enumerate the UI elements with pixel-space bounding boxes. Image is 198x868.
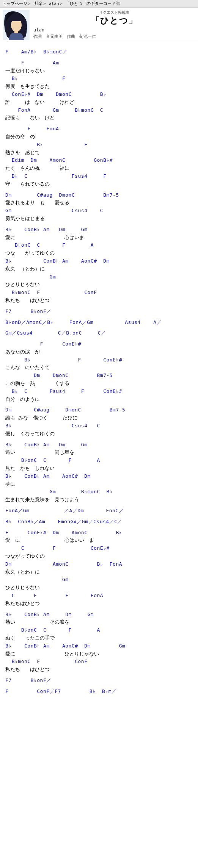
lyric-line: 私たち はひとつ: [5, 297, 193, 305]
chord-line: B♭ ConB♭ Am Dm Gm: [5, 226, 193, 234]
lyric-line: ひとりじゃない: [5, 281, 193, 289]
chord-line: B♭onC C F A: [5, 457, 193, 464]
lyric-line: 愛に ひとりじゃない: [5, 650, 193, 658]
lyric-line: あなたの涙 が: [5, 348, 193, 356]
blank-line: [5, 438, 193, 441]
header-image: [3, 10, 30, 40]
lyric-line: 誰も みな 傷つく たびに: [5, 414, 193, 422]
lyric-line: 永久（とわ）に: [5, 568, 193, 576]
chord-line: B♭ F: [5, 141, 193, 149]
chord-line: F ConF／F7 B♭ B♭m／: [5, 688, 193, 696]
blank-line: [5, 515, 193, 518]
lyric-line: 熱い その涙を: [5, 618, 193, 626]
lyric-line: 何度 も生きてきた: [5, 83, 193, 91]
blank-line: [5, 504, 193, 507]
chord-line: Edim Dm AmonC GonB♭#: [5, 156, 193, 164]
blank-line: [5, 45, 193, 48]
blank-line: [5, 188, 193, 191]
chord-line: B♭ ConB♭ Am AonC# Dm: [5, 257, 193, 265]
song-title: 「ひとつ」: [33, 15, 195, 27]
lyric-line: 守 られているの: [5, 180, 193, 188]
lyric-line: この胸を 熱 くする: [5, 380, 193, 388]
blank-line: [5, 122, 193, 125]
chord-line: B♭ ConB♭ Am AonC# Dm: [5, 472, 193, 480]
chord-line: F7 B♭onF／: [5, 308, 193, 316]
lyric-line: 愛に 心はいま: [5, 234, 193, 242]
chord-line: Gm B♭monC B♭: [5, 488, 193, 496]
blank-line: [5, 56, 193, 59]
chord-line: B♭ ConB♭／Am FmonG#／Gm／Csus4／C／: [5, 518, 193, 526]
chord-line: Dm DmonC Bm7-5: [5, 372, 193, 380]
lyric-line: つな がってゆくの: [5, 249, 193, 257]
chord-line: FonA Gm B♭monC C: [5, 106, 193, 114]
chord-line: F Am/B♭ B♭monC／: [5, 48, 193, 56]
chord-line: Gm／Csus4 C／B♭onC C／: [5, 329, 193, 337]
blank-line: [5, 526, 193, 529]
blank-line: [5, 685, 193, 688]
lyric-line: 優し くなってゆくの: [5, 430, 193, 438]
content-area: F Am/B♭ B♭monC／ F Am一度だけじゃない B♭ F何度 も生きて…: [0, 42, 198, 699]
header-area: リクエスト掲載曲 「ひとつ」 alan 作詞 音元由美 作曲 菊池一仁: [0, 8, 198, 42]
chord-line: Dm AmonC B♭ FonA: [5, 560, 193, 568]
chord-line: B♭ C Fsus4 F ConE♭#: [5, 388, 193, 396]
chord-line: B♭monC F ConF: [5, 289, 193, 297]
lyric-line: ぬぐ ったこの手で: [5, 634, 193, 642]
lyric-line: 私たちはひとつ: [5, 600, 193, 608]
artist-name: alan: [33, 27, 195, 33]
blank-line: [5, 608, 193, 611]
chord-line: B♭ Csus4 C: [5, 422, 193, 430]
chord-line: B♭onC C F A: [5, 626, 193, 634]
chord-sheet: F Am/B♭ B♭monC／ F Am一度だけじゃない B♭ F何度 も生きて…: [5, 45, 193, 696]
lyric-line: 勇気からはじまる: [5, 215, 193, 223]
lyric-line: たく さんの祝 福に: [5, 164, 193, 172]
blank-line: [5, 326, 193, 329]
chord-line: B♭onC C F A: [5, 241, 193, 249]
chord-line: C F F FonA: [5, 592, 193, 600]
lyric-line: 永久 （とわ）に: [5, 265, 193, 273]
chord-line: Gm Csus4 C: [5, 207, 193, 215]
chord-line: F Am: [5, 59, 193, 67]
chord-line: B♭ ConB♭ Am Dm Gm: [5, 611, 193, 619]
chord-line: Gm: [5, 273, 193, 281]
lyric-line: 自分 のように: [5, 396, 193, 404]
chord-line: F FonA: [5, 125, 193, 133]
chord-line: F ConE♭# Dm AmonC B♭: [5, 529, 193, 537]
request-label: リクエスト掲載曲: [33, 10, 195, 15]
lyric-line: 記憶も ない けど: [5, 114, 193, 122]
lyric-line: 私たち はひとつ: [5, 666, 193, 674]
lyric-line: 一度だけじゃない: [5, 67, 193, 75]
chord-line: B♭ C Fsus4 F: [5, 172, 193, 180]
chord-line: B♭ F ConE♭#: [5, 356, 193, 364]
lyric-line: 自分の命 の: [5, 133, 193, 141]
lyric-line: 遠い 同じ星を: [5, 449, 193, 457]
blank-line: [5, 674, 193, 677]
blank-line: [5, 316, 193, 319]
lyric-line: 熱さを 感じて: [5, 149, 193, 157]
breadcrumb: トップページ＞ 邦楽＞ alan＞ 「ひとつ」のギターコード譜: [0, 0, 198, 8]
lyric-line: こんな にいたくて: [5, 364, 193, 372]
lyric-line: 誰 は ない けれど: [5, 99, 193, 106]
chord-line: B♭onD／AmonC／B♭ FonA／Gm Asus4 A／: [5, 319, 193, 327]
chord-line: B♭ F: [5, 75, 193, 83]
chord-line: B♭ ConB♭ Am AonC# Dm Gm: [5, 642, 193, 650]
chord-line: FonA／Gm ／A／Dm FonC／: [5, 507, 193, 515]
blank-line: [5, 403, 193, 406]
chord-line: B♭ ConB♭ Am Dm Gm: [5, 441, 193, 449]
credits: 作詞 音元由美 作曲 菊池一仁: [33, 34, 195, 39]
top-nav: トップページ＞ 邦楽＞ alan＞ 「ひとつ」のギターコード譜: [0, 0, 198, 8]
lyric-line: つながってゆくの: [5, 552, 193, 560]
header-text: リクエスト掲載曲 「ひとつ」 alan 作詞 音元由美 作曲 菊池一仁: [33, 10, 195, 39]
blank-line: [5, 305, 193, 308]
chord-line: Dm C#aug DmonC Bm7-5: [5, 406, 193, 414]
chord-line: ConE♭# Dm DmonC B♭: [5, 91, 193, 99]
chord-line: Dm C#aug DmonC Bm7-5: [5, 191, 193, 199]
lyric-line: 見た かも しれない: [5, 464, 193, 472]
chord-line: Gm: [5, 576, 193, 584]
lyric-line: 愛 に 心はいい ま: [5, 536, 193, 544]
lyric-line: ひとりじゃない: [5, 584, 193, 592]
lyric-line: 夢に: [5, 480, 193, 488]
lyric-line: 愛されるより も 愛せる: [5, 199, 193, 207]
chord-line: F7 B♭onF／: [5, 677, 193, 685]
chord-line: B♭monC F ConF: [5, 658, 193, 666]
chord-line: C F ConE♭#: [5, 544, 193, 552]
